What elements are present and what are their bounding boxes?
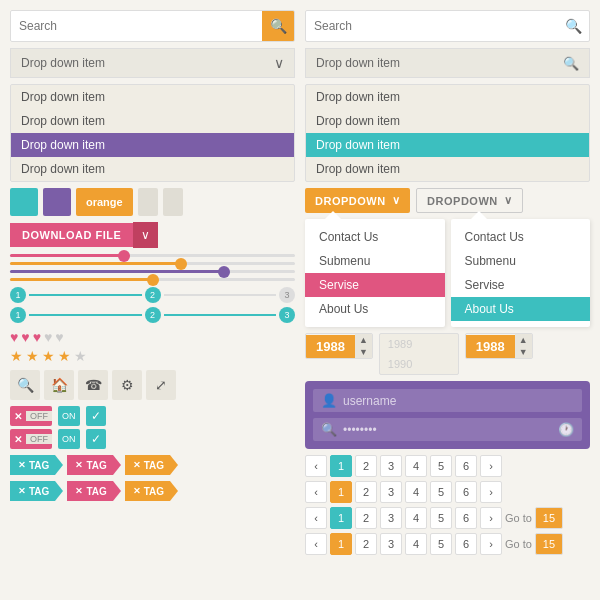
tag-pink-2[interactable]: ✕ TAG (67, 481, 120, 501)
username-input[interactable] (343, 394, 574, 408)
list-item[interactable]: Drop down item (11, 109, 294, 133)
list-item-r3-active[interactable]: Drop down item (306, 133, 589, 157)
star-2[interactable]: ★ (26, 348, 39, 364)
slider-track-2[interactable] (10, 262, 295, 265)
page-btn-4-3[interactable]: 3 (380, 533, 402, 555)
page-btn-3-6[interactable]: 6 (455, 507, 477, 529)
spinner-up-btn-2[interactable]: ▲ (515, 334, 532, 346)
page-btn-3-5[interactable]: 5 (430, 507, 452, 529)
page-btn-1-6[interactable]: 6 (455, 455, 477, 477)
phone-icon-box[interactable]: ☎ (78, 370, 108, 400)
goto-input-4[interactable] (535, 533, 563, 555)
slider-thumb-4[interactable] (147, 274, 159, 286)
page-btn-3-1[interactable]: 1 (330, 507, 352, 529)
step-num-2a[interactable]: 1 (10, 307, 26, 323)
page-next-btn-2[interactable]: › (480, 481, 502, 503)
star-3[interactable]: ★ (42, 348, 55, 364)
heart-1[interactable]: ♥ (10, 329, 18, 345)
menu-item-contact-1[interactable]: Contact Us (305, 225, 445, 249)
orange-rect-btn[interactable]: orange (76, 188, 133, 216)
spinner-down-btn-2[interactable]: ▼ (515, 346, 532, 358)
tag-pink-1[interactable]: ✕ TAG (67, 455, 120, 475)
page-btn-2-2[interactable]: 2 (355, 481, 377, 503)
dropdown-select-2[interactable]: Drop down item 🔍 (305, 48, 590, 78)
page-btn-3-2[interactable]: 2 (355, 507, 377, 529)
page-btn-2-6[interactable]: 6 (455, 481, 477, 503)
toggle-off-2[interactable]: ✕ OFF (10, 429, 52, 449)
list-item[interactable]: Drop down item (11, 85, 294, 109)
page-btn-3-3[interactable]: 3 (380, 507, 402, 529)
search-input-2[interactable] (306, 19, 557, 33)
step-num-1b[interactable]: 2 (145, 287, 161, 303)
page-btn-1-5[interactable]: 5 (430, 455, 452, 477)
list-item-r2[interactable]: Drop down item (306, 109, 589, 133)
slider-thumb-3[interactable] (218, 266, 230, 278)
page-btn-2-4[interactable]: 4 (405, 481, 427, 503)
home-icon-box[interactable]: 🏠 (44, 370, 74, 400)
checkbox-1[interactable]: ✓ (86, 406, 106, 426)
page-prev-btn-4[interactable]: ‹ (305, 533, 327, 555)
heart-3[interactable]: ♥ (33, 329, 41, 345)
slider-thumb-2[interactable] (175, 258, 187, 270)
dropdown-outline-btn[interactable]: DROPDOWN ∨ (416, 188, 523, 213)
page-prev-btn-3[interactable]: ‹ (305, 507, 327, 529)
beige-rect-btn-2[interactable] (163, 188, 183, 216)
menu-item-servise-1[interactable]: Servise (305, 273, 445, 297)
menu-item-about-1[interactable]: About Us (305, 297, 445, 321)
page-btn-4-6[interactable]: 6 (455, 533, 477, 555)
star-4[interactable]: ★ (58, 348, 71, 364)
password-input[interactable] (343, 423, 552, 437)
dropdown-orange-btn[interactable]: DROPDOWN ∨ (305, 188, 410, 213)
toggle-off-1[interactable]: ✕ OFF (10, 406, 52, 426)
star-5[interactable]: ★ (74, 348, 87, 364)
search-icon-box[interactable]: 🔍 (10, 370, 40, 400)
page-btn-2-1[interactable]: 1 (330, 481, 352, 503)
tag-orange-1[interactable]: ✕ TAG (125, 455, 178, 475)
page-btn-1-3[interactable]: 3 (380, 455, 402, 477)
step-num-1a[interactable]: 1 (10, 287, 26, 303)
checkbox-2[interactable]: ✓ (86, 429, 106, 449)
menu-item-about-2[interactable]: About Us (451, 297, 591, 321)
heart-4[interactable]: ♥ (44, 329, 52, 345)
page-prev-btn-1[interactable]: ‹ (305, 455, 327, 477)
expand-icon-box[interactable]: ⤢ (146, 370, 176, 400)
purple-square-btn[interactable] (43, 188, 71, 216)
menu-item-servise-2[interactable]: Servise (451, 273, 591, 297)
page-next-btn-4[interactable]: › (480, 533, 502, 555)
list-item-r1[interactable]: Drop down item (306, 85, 589, 109)
page-next-btn-3[interactable]: › (480, 507, 502, 529)
search-button-1[interactable]: 🔍 (262, 10, 294, 42)
settings-icon-box[interactable]: ⚙ (112, 370, 142, 400)
list-item-r4[interactable]: Drop down item (306, 157, 589, 181)
tag-orange-2[interactable]: ✕ TAG (125, 481, 178, 501)
dropdown-select-1[interactable]: Drop down item ∨ (10, 48, 295, 78)
toggle-on-2[interactable]: ON (58, 429, 80, 449)
page-next-btn-1[interactable]: › (480, 455, 502, 477)
scroll-list-1[interactable]: 1989 1990 (379, 333, 459, 375)
search-bar-1[interactable]: 🔍 (10, 10, 295, 42)
page-btn-4-2[interactable]: 2 (355, 533, 377, 555)
page-btn-1-1[interactable]: 1 (330, 455, 352, 477)
star-1[interactable]: ★ (10, 348, 23, 364)
teal-square-btn[interactable] (10, 188, 38, 216)
page-btn-3-4[interactable]: 4 (405, 507, 427, 529)
download-file-button[interactable]: DOWNLOAD FILE (10, 223, 133, 247)
page-btn-1-4[interactable]: 4 (405, 455, 427, 477)
list-item-active[interactable]: Drop down item (11, 133, 294, 157)
step-num-2b[interactable]: 2 (145, 307, 161, 323)
tag-teal-1[interactable]: ✕ TAG (10, 455, 63, 475)
heart-2[interactable]: ♥ (21, 329, 29, 345)
page-btn-4-5[interactable]: 5 (430, 533, 452, 555)
menu-item-contact-2[interactable]: Contact Us (451, 225, 591, 249)
slider-track-4[interactable] (10, 278, 295, 281)
toggle-on-1[interactable]: ON (58, 406, 80, 426)
page-btn-2-5[interactable]: 5 (430, 481, 452, 503)
spinner-up-btn-1[interactable]: ▲ (355, 334, 372, 346)
menu-item-submenu-1[interactable]: Submenu (305, 249, 445, 273)
scroll-item-1990[interactable]: 1990 (380, 354, 458, 374)
search-bar-2[interactable]: 🔍 (305, 10, 590, 42)
step-num-2c[interactable]: 3 (279, 307, 295, 323)
slider-thumb-1[interactable] (118, 250, 130, 262)
search-input-1[interactable] (11, 19, 262, 33)
list-item[interactable]: Drop down item (11, 157, 294, 181)
